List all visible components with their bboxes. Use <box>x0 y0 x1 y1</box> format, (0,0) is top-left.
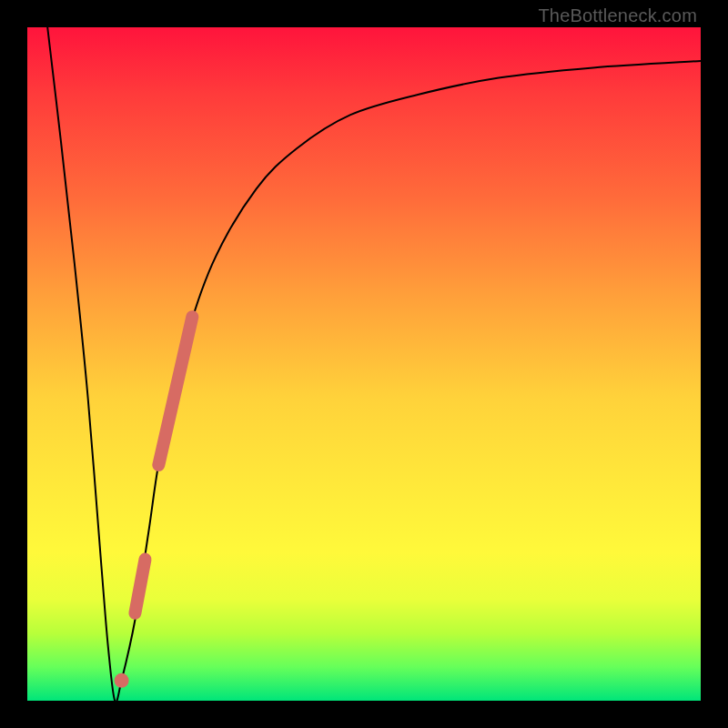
bottleneck-curve <box>47 27 701 703</box>
highlight-dots <box>115 673 129 688</box>
highlight-dot <box>115 673 129 688</box>
highlight-segment <box>158 317 192 465</box>
chart-frame: TheBottleneck.com <box>0 0 728 728</box>
watermark-text: TheBottleneck.com <box>538 5 697 26</box>
highlight-segments <box>135 317 192 613</box>
highlight-segment <box>135 560 145 613</box>
curve-layer <box>27 27 701 701</box>
plot-area <box>27 27 701 701</box>
